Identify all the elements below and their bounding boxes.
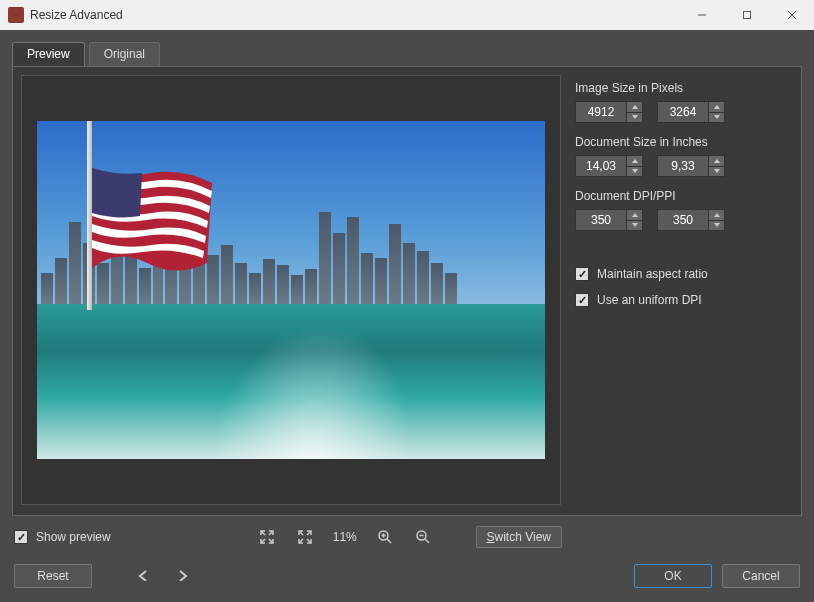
width-in-value: 14,03 — [576, 159, 626, 173]
app-icon — [8, 7, 24, 23]
window-title: Resize Advanced — [30, 8, 679, 22]
width-in-down[interactable] — [626, 167, 642, 177]
dpi-x-up[interactable] — [626, 210, 642, 221]
width-px-spinner[interactable]: 4912 — [575, 101, 643, 123]
dpi-y-value: 350 — [658, 213, 708, 227]
maximize-button[interactable] — [724, 0, 769, 30]
dpi-x-value: 350 — [576, 213, 626, 227]
width-px-up[interactable] — [626, 102, 642, 113]
close-button[interactable] — [769, 0, 814, 30]
height-in-value: 9,33 — [658, 159, 708, 173]
main-panel: Image Size in Pixels 4912 3264 Document … — [12, 66, 802, 516]
undo-icon[interactable] — [132, 567, 158, 585]
uniform-dpi-checkbox[interactable]: ✓ Use an uniform DPI — [575, 293, 791, 307]
preview-column — [21, 75, 561, 505]
zoom-in-icon[interactable] — [375, 528, 395, 546]
width-in-spinner[interactable]: 14,03 — [575, 155, 643, 177]
dialog-body: Preview Original — [0, 30, 814, 602]
preview-image — [37, 121, 545, 459]
switch-view-button[interactable]: Switch View — [476, 526, 562, 548]
svg-line-5 — [387, 539, 391, 543]
dpi-y-spinner[interactable]: 350 — [657, 209, 725, 231]
tab-bar: Preview Original — [12, 42, 802, 66]
dpi-y-up[interactable] — [708, 210, 724, 221]
preview-viewport[interactable] — [21, 75, 561, 505]
uniform-dpi-label: Use an uniform DPI — [597, 293, 702, 307]
width-in-up[interactable] — [626, 156, 642, 167]
dpi-label: Document DPI/PPI — [575, 189, 791, 203]
zoom-percentage: 11% — [333, 530, 357, 544]
svg-rect-1 — [743, 12, 750, 19]
height-px-value: 3264 — [658, 105, 708, 119]
actual-size-icon[interactable] — [295, 528, 315, 546]
cancel-button[interactable]: Cancel — [722, 564, 800, 588]
maintain-aspect-checkbox[interactable]: ✓ Maintain aspect ratio — [575, 267, 791, 281]
width-px-value: 4912 — [576, 105, 626, 119]
toolbar: ✓ Show preview 11% Switch View — [12, 516, 802, 554]
dpi-y-down[interactable] — [708, 221, 724, 231]
height-px-down[interactable] — [708, 113, 724, 123]
show-preview-checkbox[interactable]: ✓ Show preview — [14, 530, 111, 544]
height-in-down[interactable] — [708, 167, 724, 177]
titlebar: Resize Advanced — [0, 0, 814, 30]
height-in-up[interactable] — [708, 156, 724, 167]
footer: Reset OK Cancel — [12, 554, 802, 602]
window-controls — [679, 0, 814, 30]
controls-column: Image Size in Pixels 4912 3264 Document … — [575, 75, 791, 505]
checkmark-icon: ✓ — [14, 530, 28, 544]
checkmark-icon: ✓ — [575, 267, 589, 281]
dpi-x-down[interactable] — [626, 221, 642, 231]
zoom-out-icon[interactable] — [413, 528, 433, 546]
maintain-aspect-label: Maintain aspect ratio — [597, 267, 708, 281]
minimize-button[interactable] — [679, 0, 724, 30]
pixels-label: Image Size in Pixels — [575, 81, 791, 95]
height-in-spinner[interactable]: 9,33 — [657, 155, 725, 177]
tab-preview[interactable]: Preview — [12, 42, 85, 66]
show-preview-label: Show preview — [36, 530, 111, 544]
svg-line-9 — [425, 539, 429, 543]
redo-icon[interactable] — [168, 567, 194, 585]
tab-original[interactable]: Original — [89, 42, 160, 66]
reset-button[interactable]: Reset — [14, 564, 92, 588]
height-px-spinner[interactable]: 3264 — [657, 101, 725, 123]
inches-label: Document Size in Inches — [575, 135, 791, 149]
checkmark-icon: ✓ — [575, 293, 589, 307]
height-px-up[interactable] — [708, 102, 724, 113]
width-px-down[interactable] — [626, 113, 642, 123]
fit-to-window-icon[interactable] — [257, 528, 277, 546]
ok-button[interactable]: OK — [634, 564, 712, 588]
dpi-x-spinner[interactable]: 350 — [575, 209, 643, 231]
switch-view-rest: witch View — [495, 530, 551, 544]
